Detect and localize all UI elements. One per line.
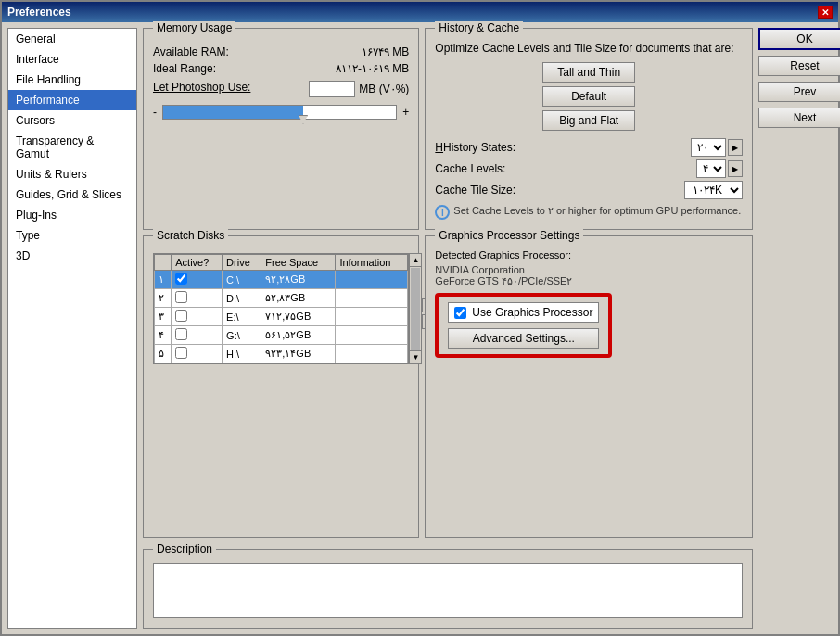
history-description: Optimize Cache Levels and Tile Size for … [435, 42, 743, 55]
content-area: General Interface File Handling Performa… [2, 22, 838, 634]
history-panel: History & Cache Optimize Cache Levels an… [425, 28, 753, 230]
sidebar-item-file-handling[interactable]: File Handling [8, 70, 136, 90]
table-row: ۴ G:\ ۵۶۱,۵۲GB [155, 326, 408, 345]
cache-tile-dropdown[interactable]: ۱۰۲۴K [684, 181, 743, 199]
sidebar-item-general[interactable]: General [8, 29, 136, 49]
row-drive: C:\ [223, 271, 261, 289]
history-states-arrow[interactable]: ▶ [728, 139, 743, 156]
row-free-space: ۹۲,۲۸GB [261, 271, 336, 289]
advanced-settings-button[interactable]: Advanced Settings... [448, 328, 599, 349]
cache-levels-dropdown[interactable]: ۴ [696, 159, 726, 178]
row-num: ۴ [155, 326, 172, 345]
sidebar-item-3d[interactable]: 3D [8, 246, 136, 266]
top-row: Memory Usage Available RAM: ۱۶۷۴۹ MB Ide… [143, 28, 753, 230]
row-num: ۳ [155, 308, 172, 326]
history-buttons: Tall and Thin Default Big and Flat [435, 62, 743, 131]
row-active[interactable] [172, 271, 223, 289]
cache-tile-label: Cache Tile Size: [435, 184, 515, 197]
col-num [155, 255, 172, 271]
description-content [153, 563, 743, 618]
memory-available-row: Available RAM: ۱۶۷۴۹ MB [153, 45, 409, 58]
gpu-highlight-box: Use Graphics Processor Advanced Settings… [435, 293, 612, 358]
row-num: ۵ [155, 345, 172, 363]
sidebar-item-guides-grid-slices[interactable]: Guides, Grid & Slices [8, 184, 136, 205]
close-button[interactable]: ✕ [818, 6, 833, 19]
gpu-detected-label: Detected Graphics Processor: [435, 249, 743, 261]
row-free-space: ۵۲,۸۳GB [261, 289, 336, 308]
history-states-dropdown[interactable]: ۲۰ [691, 138, 726, 157]
history-states-label: HHistory States: [435, 141, 515, 154]
scroll-down[interactable]: ▼ [410, 350, 421, 363]
row-active[interactable] [172, 289, 223, 308]
scratch-table-header: Active? Drive Free Space Information [155, 255, 408, 271]
sidebar-item-interface[interactable]: Interface [8, 49, 136, 70]
sidebar-item-plug-ins[interactable]: Plug-Ins [8, 205, 136, 225]
sidebar-item-units-rulers[interactable]: Units & Rulers [8, 164, 136, 184]
use-gpu-label: Use Graphics Processor [472, 306, 592, 319]
table-row: ۵ H:\ ۹۲۳,۱۴GB [155, 345, 408, 363]
row-free-space: ۹۲۳,۱۴GB [261, 345, 336, 363]
row-info [336, 271, 408, 289]
use-gpu-checkbox[interactable] [454, 307, 466, 319]
sidebar-item-transparency-gamut[interactable]: Transparency & Gamut [8, 131, 136, 164]
gpu-panel-title: Graphics Processor Settings [435, 229, 583, 242]
memory-slider[interactable] [162, 105, 397, 120]
description-panel-title: Description [153, 542, 216, 555]
bottom-row: Scratch Disks Active? Drive Free Space [143, 235, 753, 538]
row-drive: D:\ [223, 289, 261, 308]
memory-available-value: ۱۶۷۴۹ MB [362, 45, 409, 58]
scroll-up[interactable]: ▲ [410, 254, 421, 267]
memory-ideal-label: Ideal Range: [153, 62, 216, 75]
row-num: ۲ [155, 289, 172, 308]
btn-tall-thin[interactable]: Tall and Thin [542, 62, 635, 83]
slider-container: - + [153, 105, 409, 120]
row-drive: G:\ [223, 326, 261, 345]
btn-big-flat[interactable]: Big and Flat [542, 110, 635, 131]
cache-levels-arrow[interactable]: ▶ [728, 160, 743, 177]
buttons-column: OK Reset Prev Next [758, 28, 833, 629]
row-info [336, 345, 408, 363]
scratch-table: Active? Drive Free Space Information ۱ [154, 254, 408, 363]
btn-default[interactable]: Default [542, 86, 635, 107]
sidebar: General Interface File Handling Performa… [7, 28, 137, 629]
row-drive: E:\ [223, 308, 261, 326]
scroll-thumb [411, 268, 420, 350]
memory-ideal-row: Ideal Range: ۸۱۱۲-۱۰۶۱۹ MB [153, 62, 409, 75]
sidebar-item-type[interactable]: Type [8, 225, 136, 246]
row-num: ۱ [155, 271, 172, 289]
title-bar: Preferences ✕ [2, 2, 838, 22]
col-active: Active? [172, 255, 223, 271]
info-text: Set Cache Levels to ۲ or higher for opti… [453, 205, 741, 217]
row-active[interactable] [172, 326, 223, 345]
slider-minus: - [153, 106, 157, 119]
reset-button[interactable]: Reset [758, 56, 840, 76]
ok-button[interactable]: OK [758, 28, 840, 50]
scratch-panel-title: Scratch Disks [153, 229, 228, 242]
row-drive: H:\ [223, 345, 261, 363]
window-title: Preferences [7, 6, 71, 19]
history-states-control: ۲۰ ▶ [691, 138, 743, 157]
memory-panel-title: Memory Usage [153, 21, 235, 34]
prev-button[interactable]: Prev [758, 82, 840, 102]
memory-use-input[interactable]: ۱۰۳۲۴ [309, 81, 355, 97]
scratch-table-scroll: Active? Drive Free Space Information ۱ [153, 253, 409, 364]
col-free-space: Free Space [261, 255, 336, 271]
row-active[interactable] [172, 345, 223, 363]
gpu-panel: Graphics Processor Settings Detected Gra… [425, 235, 753, 538]
slider-plus: + [402, 106, 409, 119]
cache-tile-control: ۱۰۲۴K [684, 181, 743, 199]
row-free-space: ۵۶۱,۵۲GB [261, 326, 336, 345]
cache-levels-label: Cache Levels: [435, 162, 505, 175]
memory-use-row: Let Photoshop Use: ۱۰۳۲۴ MB (V۰%) [153, 81, 409, 97]
row-active[interactable] [172, 308, 223, 326]
sidebar-item-performance[interactable]: Performance [8, 90, 136, 110]
row-info [336, 308, 408, 326]
memory-available-label: Available RAM: [153, 45, 229, 58]
col-drive: Drive [223, 255, 261, 271]
gpu-name-line1: NVIDIA Corporation [435, 264, 743, 275]
sidebar-item-cursors[interactable]: Cursors [8, 110, 136, 131]
row-info [336, 289, 408, 308]
cache-tile-row: Cache Tile Size: ۱۰۲۴K [435, 181, 743, 199]
next-button[interactable]: Next [758, 108, 840, 128]
scratch-scrollbar[interactable]: ▲ ▼ [409, 253, 422, 364]
